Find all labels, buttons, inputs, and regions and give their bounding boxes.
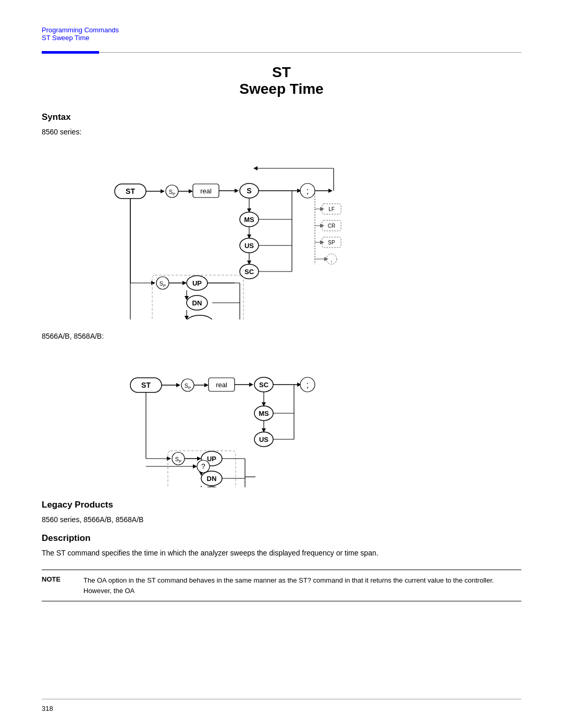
svg-marker-126 [167,456,171,461]
description-section: Description The ST command specifies the… [42,533,521,557]
page-number: 318 [42,705,53,712]
bottom-rule [42,699,521,699]
svg-marker-102 [204,383,209,387]
breadcrumb: Programming Commands ST Sweep Time [42,26,521,42]
svg-text:AUTO: AUTO [190,319,210,319]
svg-text:?: ? [201,462,205,471]
svg-marker-58 [151,281,155,285]
series2-label: 8566A/B, 8568A/B: [42,332,521,340]
title-sweep-time: Sweep Time [42,81,521,97]
svg-marker-11 [235,189,239,193]
svg-text:ST: ST [126,187,135,195]
svg-text:MS: MS [259,410,269,417]
svg-marker-106 [249,382,253,387]
diagram-8560-svg: ST SP real S [104,142,459,319]
top-rule [42,51,521,54]
svg-text:,: , [331,256,332,263]
svg-text:S: S [247,187,251,195]
svg-marker-7 [189,189,193,193]
legacy-section: Legacy Products 8560 series, 8566A/B, 85… [42,500,521,524]
note-text: The OA option in the ST command behaves … [83,575,521,596]
svg-text:SC: SC [244,268,254,276]
page-title: ST Sweep Time [42,64,521,97]
svg-text:ST: ST [141,381,151,389]
svg-text:US: US [244,242,254,250]
svg-text:DN: DN [192,299,202,307]
svg-text:SC: SC [259,381,269,389]
svg-text:real: real [200,187,212,195]
diagram-8566: ST SP real SC [42,347,521,487]
svg-marker-140 [193,464,197,468]
svg-text:SP: SP [328,240,335,245]
legacy-text: 8560 series, 8566A/B, 8568A/B [42,515,521,524]
svg-marker-62 [182,281,187,285]
description-text: The ST command specifies the time in whi… [42,549,521,557]
svg-text:DN: DN [207,475,217,483]
description-heading: Description [42,533,521,544]
svg-text:CR: CR [328,223,335,229]
diagram-8560: ST SP real S [42,142,521,319]
svg-marker-3 [161,189,165,193]
syntax-section: Syntax 8560 series: ST SP real [42,112,521,487]
svg-text:LF: LF [328,206,335,212]
svg-text:real: real [216,381,227,389]
series1-label: 8560 series: [42,128,521,136]
svg-marker-98 [176,383,180,387]
svg-text:;: ; [307,380,309,389]
svg-text:US: US [259,436,268,443]
note-label: NOTE [42,575,73,596]
syntax-heading: Syntax [42,112,521,122]
title-st: ST [42,64,521,81]
diagram-8566-svg: ST SP real SC [120,347,443,487]
note-box: NOTE The OA option in the ST command beh… [42,570,521,601]
breadcrumb-line1: Programming Commands [42,26,521,34]
svg-text:UP: UP [192,279,202,287]
svg-text:;: ; [307,187,309,195]
legacy-heading: Legacy Products [42,500,521,510]
svg-marker-19 [328,189,333,193]
svg-point-143 [201,487,222,487]
breadcrumb-line2: ST Sweep Time [42,34,521,42]
svg-text:UP: UP [207,455,216,463]
svg-text:MS: MS [244,216,254,224]
svg-marker-22 [253,166,258,170]
svg-marker-130 [197,456,201,461]
